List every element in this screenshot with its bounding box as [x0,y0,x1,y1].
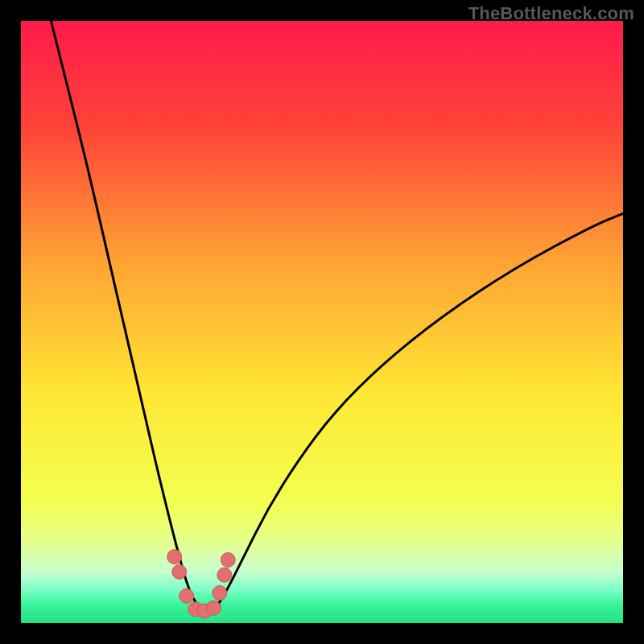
bottleneck-curve [51,21,623,611]
highlight-marker [206,601,221,615]
highlight-marker [221,553,235,568]
highlight-marker [167,550,182,564]
highlight-marker [172,564,187,579]
highlight-marker [180,588,194,603]
plot-area [21,21,623,623]
chart-svg [21,21,623,623]
outer-frame: TheBottleneck.com [0,0,644,644]
highlight-marker [213,586,227,601]
watermark-text: TheBottleneck.com [469,3,634,24]
highlight-marker [217,568,232,582]
